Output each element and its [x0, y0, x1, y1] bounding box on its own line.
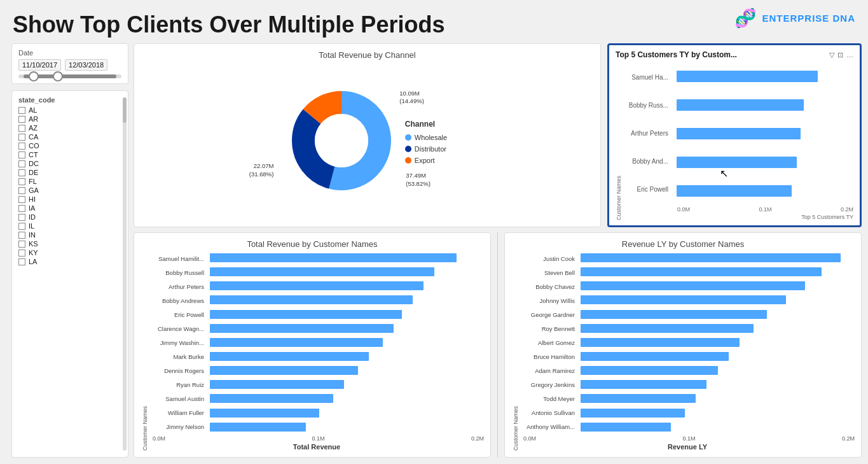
bar-row	[581, 337, 855, 348]
revenue-ly-title: Revenue LY by Customer Names	[511, 239, 855, 249]
bar-fill	[581, 338, 740, 347]
bar-y-label: Clarence Wagn...	[149, 321, 207, 335]
state-filter-label: state_code	[18, 96, 121, 104]
state-checkbox-il[interactable]	[18, 223, 25, 230]
legend-label-export: Export	[415, 157, 435, 164]
top5-icons: ▽ ⊡ …	[829, 51, 853, 59]
logo-text-blue: DNA	[833, 13, 856, 24]
bar-row	[581, 294, 855, 306]
state-item-ga[interactable]: GA	[18, 186, 121, 194]
state-checkbox-hi[interactable]	[18, 196, 25, 203]
bar-y-label: Jimmy Washin...	[149, 335, 207, 349]
bar-y-label: Adam Ramirez	[520, 363, 577, 377]
revenue-ly-chart: Revenue LY by Customer Names Customer Na…	[504, 232, 862, 458]
state-item-ia[interactable]: IA	[18, 204, 121, 212]
total-revenue-y-axis: Customer Names	[141, 251, 149, 451]
state-checkbox-az[interactable]	[18, 125, 25, 132]
state-item-az[interactable]: AZ	[18, 124, 121, 132]
state-checkbox-fl[interactable]	[18, 178, 25, 185]
state-checkbox-la[interactable]	[18, 258, 25, 265]
more-icon[interactable]: …	[846, 51, 853, 59]
slider-thumb-right[interactable]	[53, 71, 63, 81]
bar-y-label: Ryan Ruiz	[149, 377, 207, 391]
state-checkbox-in[interactable]	[18, 232, 25, 239]
revenue-ly-y-axis: Customer Names	[511, 251, 520, 451]
state-checkbox-al[interactable]	[18, 107, 25, 114]
state-checkbox-ar[interactable]	[18, 116, 25, 123]
top5-y-labels: Samuel Ha...Bobby Russ...Arthur PetersBo…	[623, 63, 674, 204]
bar-y-label: Roy Bennett	[520, 321, 577, 335]
legend-title: Channel	[405, 120, 447, 129]
total-revenue-y-labels: Samuel Hamilit...Bobby RussellArthur Pet…	[149, 251, 210, 433]
date-slider-track[interactable]	[18, 74, 121, 78]
date-filter-label: Date	[18, 49, 121, 57]
donut-chart-card: Total Revenue by Channel	[134, 43, 601, 227]
state-item-al[interactable]: AL	[18, 106, 121, 114]
top5-chart-body: Customer Names Samuel Ha...Bobby Russ...…	[616, 63, 853, 220]
bar-y-label: Bobby Andrews	[149, 293, 207, 307]
top5-y-label: Bobby Russ...	[623, 97, 671, 113]
state-checkbox-ca[interactable]	[18, 134, 25, 141]
expand-icon[interactable]: ⊡	[837, 51, 843, 59]
bar-fill	[210, 281, 424, 290]
state-item-ar[interactable]: AR	[18, 115, 121, 123]
legend-dot-distributor	[405, 146, 411, 152]
top5-x-label: 0.2M	[841, 206, 853, 213]
bar-row	[581, 280, 855, 292]
state-item-de[interactable]: DE	[18, 169, 121, 176]
bar-row	[210, 365, 484, 376]
top5-bar-row	[677, 184, 853, 198]
state-checkbox-ga[interactable]	[18, 187, 25, 194]
top5-bars-area: Samuel Ha...Bobby Russ...Arthur PetersBo…	[623, 63, 853, 204]
bar-fill	[581, 324, 754, 333]
top5-bar	[677, 185, 792, 197]
state-checkbox-co[interactable]	[18, 143, 25, 150]
date-start: 11/10/2017	[18, 59, 61, 71]
state-checkbox-ia[interactable]	[18, 205, 25, 212]
state-item-co[interactable]: CO	[18, 142, 121, 150]
top5-title: Top 5 Customers TY by Custom...	[616, 50, 737, 59]
bar-y-label: Gregory Jenkins	[520, 377, 577, 391]
bar-fill	[210, 380, 344, 389]
filter-icon[interactable]: ▽	[829, 51, 834, 59]
state-checkbox-ct[interactable]	[18, 151, 25, 158]
donut-label-distributor: 22.07M(31.68%)	[249, 162, 274, 178]
state-item-dc[interactable]: DC	[18, 160, 121, 167]
logo-text-black: ENTERPRISE	[762, 13, 829, 24]
state-checkbox-dc[interactable]	[18, 160, 25, 167]
bar-y-label: Bobby Chavez	[520, 279, 577, 293]
state-item-il[interactable]: IL	[18, 222, 121, 230]
state-checkbox-ky[interactable]	[18, 250, 25, 257]
state-item-in[interactable]: IN	[18, 231, 121, 239]
bar-row	[210, 351, 484, 362]
state-checkbox-ks[interactable]	[18, 241, 25, 248]
state-item-ct[interactable]: CT	[18, 151, 121, 158]
state-item-fl[interactable]: FL	[18, 178, 121, 185]
state-checkbox-de[interactable]	[18, 169, 25, 176]
bar-fill	[581, 253, 841, 262]
total-revenue-chart-area: Samuel Hamilit...Bobby RussellArthur Pet…	[149, 251, 484, 433]
top5-bar-row	[677, 69, 853, 83]
bar-y-label: Anthony William...	[520, 419, 577, 433]
bar-y-label: Justin Cook	[520, 251, 577, 265]
bar-fill	[581, 380, 706, 389]
state-checkbox-id[interactable]	[18, 214, 25, 221]
bar-row	[581, 379, 855, 390]
total-revenue-x-label: Total Revenue	[149, 443, 484, 451]
state-item-hi[interactable]: HI	[18, 195, 121, 203]
state-item-id[interactable]: ID	[18, 213, 121, 221]
bar-fill	[210, 295, 413, 304]
bar-fill	[581, 295, 786, 304]
state-item-ca[interactable]: CA	[18, 133, 121, 141]
charts-area: Total Revenue by Channel	[134, 43, 862, 458]
state-filter-card: state_code ALARAZCACOCTDCDEFLGAHIIAIDILI…	[11, 90, 128, 458]
bar-row	[581, 407, 855, 419]
slider-thumb-left[interactable]	[29, 71, 39, 81]
bar-y-label: Eric Powell	[149, 307, 207, 321]
state-scrollbar[interactable]	[123, 97, 127, 451]
state-item-la[interactable]: LA	[18, 258, 121, 265]
state-item-ky[interactable]: KY	[18, 249, 121, 257]
state-item-ks[interactable]: KS	[18, 240, 121, 248]
donut-label-export: 10.09M(14.49%)	[399, 90, 424, 106]
bar-y-label: Dennis Rogers	[149, 363, 207, 377]
